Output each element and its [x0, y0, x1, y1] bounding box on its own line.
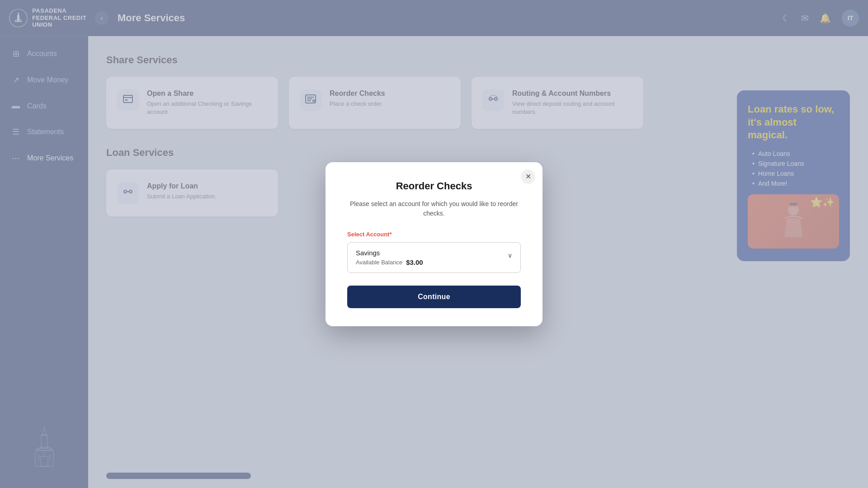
modal-subtitle: Please select an account for which you w…	[347, 199, 521, 218]
modal-title: Reorder Checks	[347, 180, 521, 192]
account-info: Savings Available Balance $3.00	[356, 249, 423, 266]
modal-close-button[interactable]: ✕	[521, 169, 535, 184]
account-select-dropdown[interactable]: Savings Available Balance $3.00 ∨	[347, 242, 521, 273]
balance-label: Available Balance	[356, 259, 402, 266]
modal-overlay[interactable]: ✕ Reorder Checks Please select an accoun…	[0, 0, 868, 488]
account-name: Savings	[356, 249, 423, 257]
continue-button[interactable]: Continue	[347, 286, 521, 308]
required-marker: *	[389, 231, 392, 238]
reorder-checks-modal: ✕ Reorder Checks Please select an accoun…	[326, 162, 542, 326]
account-balance-row: Available Balance $3.00	[356, 258, 423, 266]
select-account-label: Select Account*	[347, 231, 521, 238]
chevron-down-icon: ∨	[508, 252, 512, 259]
balance-value: $3.00	[406, 258, 423, 266]
